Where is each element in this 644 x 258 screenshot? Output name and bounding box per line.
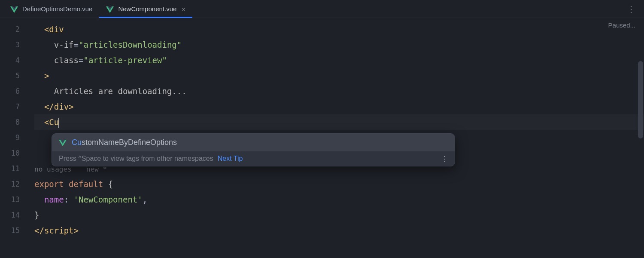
autocomplete-hint: Press ^Space to view tags from other nam… bbox=[59, 155, 213, 163]
tab-label: DefineOptionsDemo.vue bbox=[22, 5, 92, 12]
autocomplete-popup: CustomNameByDefineOptions Press ^Space t… bbox=[52, 133, 455, 166]
tab-define-options[interactable]: DefineOptionsDemo.vue bbox=[3, 0, 99, 18]
tab-new-component[interactable]: NewComponent.vue ✕ bbox=[99, 0, 192, 18]
code-line: Articles are downloading... bbox=[34, 83, 644, 99]
autocomplete-footer: Press ^Space to view tags from other nam… bbox=[52, 151, 455, 166]
code-line: <div bbox=[34, 22, 644, 37]
vue-icon bbox=[106, 6, 114, 12]
caret bbox=[58, 118, 59, 128]
code-line: name: 'NewComponent', bbox=[34, 192, 644, 207]
code-line: v-if="articlesDownloading" bbox=[34, 37, 644, 52]
tab-bar: DefineOptionsDemo.vue NewComponent.vue ✕… bbox=[0, 0, 644, 18]
code-line: </script> bbox=[34, 223, 644, 238]
more-icon[interactable]: ⋮ bbox=[441, 155, 448, 163]
autocomplete-item[interactable]: CustomNameByDefineOptions bbox=[52, 134, 455, 151]
scrollbar[interactable] bbox=[638, 61, 643, 138]
gutter: 234 567 8910 111213 1415 bbox=[0, 18, 34, 258]
code-line: </div> bbox=[34, 99, 644, 114]
more-icon[interactable]: ⋮ bbox=[627, 8, 635, 10]
next-tip-link[interactable]: Next Tip bbox=[218, 155, 243, 163]
autocomplete-label: CustomNameByDefineOptions bbox=[72, 138, 177, 147]
code-line: } bbox=[34, 207, 644, 223]
vue-icon bbox=[10, 6, 18, 12]
code-line-active: <Cu bbox=[34, 114, 644, 130]
close-icon[interactable]: ✕ bbox=[182, 6, 185, 12]
code-line: class="article-preview" bbox=[34, 52, 644, 68]
tab-label: NewComponent.vue bbox=[118, 5, 176, 12]
vue-icon bbox=[59, 139, 67, 146]
code-line: export default { bbox=[34, 176, 644, 192]
code-line: > bbox=[34, 68, 644, 83]
